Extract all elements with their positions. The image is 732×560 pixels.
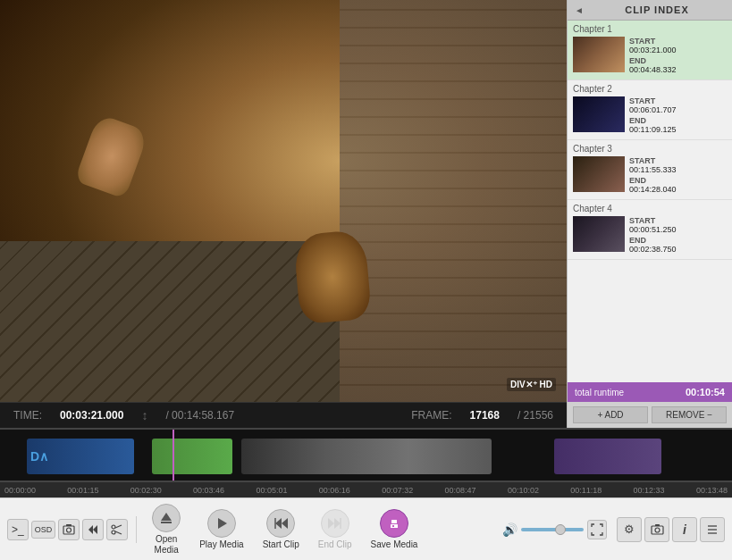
play-media-button[interactable]: Play Media bbox=[192, 506, 250, 554]
play-media-icon bbox=[207, 509, 236, 538]
chapter-2-thumbnail bbox=[573, 96, 625, 132]
fullscreen-button[interactable] bbox=[587, 520, 607, 539]
chapter-1-content: START 00:03:21.000 END 00:04:48.332 bbox=[573, 37, 727, 76]
chapter-4-end-label: END bbox=[629, 236, 646, 245]
chapter-4-times: START 00:00:51.250 END 00:02:38.750 bbox=[629, 216, 727, 255]
remove-clip-button[interactable]: REMOVE − bbox=[652, 406, 727, 423]
volume-knob bbox=[555, 524, 566, 535]
add-clip-button[interactable]: + ADD bbox=[573, 406, 648, 423]
chapter-item-2[interactable]: Chapter 2 START 00:06:01.707 END 00:11:0… bbox=[568, 80, 732, 140]
svg-point-1 bbox=[67, 528, 72, 532]
status-bar: TIME: 00:03:21.000 ↕ / 00:14:58.167 FRAM… bbox=[0, 402, 567, 428]
marker-11: 00:13:48 bbox=[696, 486, 728, 495]
camera-icon bbox=[651, 523, 664, 535]
timeline-bar-green bbox=[152, 439, 232, 474]
volume-area: 🔊 bbox=[502, 520, 607, 539]
open-media-label: OpenMedia bbox=[155, 534, 179, 556]
end-clip-label: End Clip bbox=[318, 539, 352, 550]
gear-settings-button[interactable]: ⚙ bbox=[617, 517, 642, 542]
timeline-playhead bbox=[172, 430, 174, 481]
volume-slider[interactable] bbox=[521, 528, 584, 531]
marker-6: 00:07:32 bbox=[382, 486, 413, 495]
volume-icon: 🔊 bbox=[502, 522, 517, 537]
clip-index-panel: ◄ CLIP INDEX Chapter 1 START 00:03:21.00… bbox=[567, 0, 732, 428]
scene-floor bbox=[0, 241, 340, 402]
chapter-4-start-time: 00:00:51.250 bbox=[629, 225, 677, 234]
chapter-item-1[interactable]: Chapter 1 START 00:03:21.000 END 00:04:4… bbox=[568, 21, 732, 80]
divx-watermark: DIV✕⁺ HD bbox=[507, 378, 556, 391]
eject-icon bbox=[158, 510, 174, 526]
svg-line-8 bbox=[115, 531, 122, 534]
total-time: / 00:14:58.167 bbox=[165, 409, 234, 422]
svg-rect-10 bbox=[161, 522, 172, 523]
runtime-label: total runtime bbox=[575, 388, 624, 397]
svg-point-5 bbox=[112, 525, 115, 529]
prev-frame-icon bbox=[87, 523, 99, 536]
marker-3: 00:03:46 bbox=[193, 486, 224, 495]
clip-buttons: + ADD REMOVE − bbox=[568, 402, 732, 428]
script-button[interactable]: >_ bbox=[7, 519, 29, 540]
list-icon bbox=[706, 524, 719, 535]
info-button[interactable]: i bbox=[672, 517, 697, 542]
osd-button[interactable]: OSD bbox=[31, 521, 56, 539]
open-media-button[interactable]: OpenMedia bbox=[145, 500, 188, 559]
chapter-3-thumbnail bbox=[573, 156, 625, 192]
video-screen: DIV✕⁺ HD bbox=[0, 0, 567, 402]
svg-marker-13 bbox=[282, 518, 288, 529]
chapter-2-start-label: START bbox=[629, 96, 655, 105]
timeline-bar-media bbox=[241, 439, 492, 474]
fullscreen-icon bbox=[591, 523, 603, 536]
svg-marker-11 bbox=[218, 518, 227, 529]
chapter-2-end-time: 00:11:09.125 bbox=[629, 125, 677, 134]
end-clip-button[interactable]: End Clip bbox=[311, 506, 359, 554]
svg-rect-2 bbox=[66, 524, 72, 526]
camera-button[interactable] bbox=[644, 517, 669, 542]
marker-8: 00:10:02 bbox=[508, 486, 539, 495]
save-media-button[interactable]: Save Media bbox=[364, 506, 425, 554]
svg-rect-0 bbox=[63, 526, 74, 534]
timeline-ruler: 00:00:00 00:01:15 00:02:30 00:03:46 00:0… bbox=[0, 481, 732, 497]
svg-point-23 bbox=[655, 528, 660, 532]
timeline-bar-diva: D∧ bbox=[27, 439, 134, 474]
current-frame: 17168 bbox=[470, 409, 500, 422]
svg-rect-22 bbox=[652, 526, 663, 534]
svg-marker-3 bbox=[88, 525, 93, 534]
left-controls: >_ OSD bbox=[7, 519, 128, 540]
svg-marker-16 bbox=[328, 518, 334, 529]
controls-bar: >_ OSD bbox=[0, 497, 732, 560]
svg-marker-15 bbox=[334, 518, 341, 529]
timeline-track[interactable]: D∧ bbox=[0, 428, 732, 481]
svg-line-7 bbox=[115, 525, 122, 528]
chapter-item-4[interactable]: Chapter 4 START 00:00:51.250 END 00:02:3… bbox=[568, 200, 732, 260]
chapter-1-label: Chapter 1 bbox=[573, 24, 727, 34]
open-media-icon bbox=[152, 504, 181, 532]
marker-5: 00:06:16 bbox=[319, 486, 350, 495]
cut-button[interactable] bbox=[106, 519, 128, 540]
chapter-3-content: START 00:11:55.333 END 00:14:28.040 bbox=[573, 156, 727, 196]
chapter-2-content: START 00:06:01.707 END 00:11:09.125 bbox=[573, 96, 727, 136]
timeline-bar-purple bbox=[554, 439, 661, 474]
prev-frame-button[interactable] bbox=[82, 519, 104, 540]
snapshot-button[interactable] bbox=[58, 519, 80, 540]
play-icon bbox=[214, 515, 230, 531]
collapse-arrow-icon[interactable]: ◄ bbox=[575, 5, 584, 15]
chapter-4-end-time: 00:02:38.750 bbox=[629, 245, 677, 254]
marker-1: 00:01:15 bbox=[67, 486, 98, 495]
video-player: DIV✕⁺ HD TIME: 00:03:21.000 ↕ / 00:14:58… bbox=[0, 0, 567, 428]
marker-0: 00:00:00 bbox=[4, 486, 36, 495]
marker-9: 00:11:18 bbox=[570, 486, 602, 495]
chapter-1-start-label: START bbox=[629, 37, 655, 46]
video-scene bbox=[0, 0, 567, 402]
total-runtime-bar: total runtime 00:10:54 bbox=[568, 382, 732, 402]
svg-rect-19 bbox=[391, 520, 397, 523]
diva-logo-icon: D∧ bbox=[30, 449, 48, 464]
save-media-label: Save Media bbox=[371, 539, 418, 550]
start-clip-button[interactable]: Start Clip bbox=[256, 506, 307, 554]
list-button[interactable] bbox=[700, 517, 725, 542]
settings-buttons: ⚙ i bbox=[617, 517, 725, 542]
chapter-item-3[interactable]: Chapter 3 START 00:11:55.333 END 00:14:2… bbox=[568, 140, 732, 200]
main-area: DIV✕⁺ HD TIME: 00:03:21.000 ↕ / 00:14:58… bbox=[0, 0, 732, 428]
start-clip-icon bbox=[266, 509, 295, 538]
save-media-icon bbox=[380, 509, 408, 538]
end-clip-svg bbox=[327, 515, 343, 531]
